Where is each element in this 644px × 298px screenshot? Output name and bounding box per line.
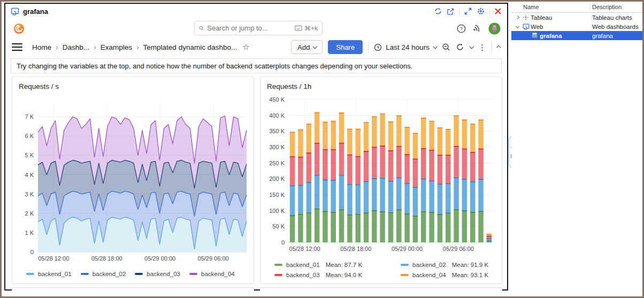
panel-requests-per-1h: Requests / 1h 050 K100 K150 K200 K250 K3… [260,77,502,284]
svg-text:7 K: 7 K [25,113,34,120]
legend-item[interactable]: backend_02Mean: 91.9 K [401,262,497,268]
favorite-star-icon[interactable]: ☆ [242,42,249,52]
svg-text:50 K: 50 K [272,223,285,230]
breadcrumb-separator: › [136,43,139,51]
svg-text:05/28 18:00: 05/28 18:00 [91,255,122,262]
next-row-panel-hint [12,287,254,291]
catalog-sidebar: Name Description TableauTableau charts W… [511,2,642,296]
breadcrumb-item[interactable]: Templated dynamic dashbo... [143,43,237,51]
breadcrumb-item[interactable]: Home [32,43,51,51]
legend-swatch [135,273,143,275]
open-in-browser-icon[interactable] [447,7,455,16]
column-divider [589,3,590,11]
tree-row-Tableau[interactable]: TableauTableau charts [511,13,642,22]
user-avatar[interactable] [488,22,501,35]
row-description: Web dashboards [592,24,639,30]
topnav-icons: ? [457,22,501,35]
tree-row-Web[interactable]: WebWeb dashboards [511,22,642,31]
legend-swatch [189,273,197,275]
window-titlebar: grafana [5,4,507,19]
svg-text:1 K: 1 K [25,230,34,236]
window-title: grafana [23,7,48,16]
svg-text:200 K: 200 K [269,175,285,182]
share-button[interactable]: Share [328,40,363,54]
browser-window-icon [11,7,19,16]
svg-text:05/28 12:00: 05/28 12:00 [289,246,320,252]
help-icon[interactable]: ? [457,24,466,33]
stacked-bar-chart[interactable]: 050 K100 K150 K200 K250 K300 K350 K400 K… [265,93,499,259]
screen: grafana [0,0,644,298]
grafana-topnav: ⌘+k ? [5,19,507,38]
refresh-icon[interactable] [456,43,464,51]
legend-item[interactable]: backend_04Mean: 93.1 K [401,272,497,278]
svg-text:3 K: 3 K [25,191,34,197]
breadcrumb-item[interactable]: Examples [101,43,132,51]
panel-title[interactable]: Requests / 1h [265,81,497,93]
divider [489,7,490,16]
legend-swatch [401,274,409,276]
svg-text:0: 0 [281,239,285,246]
svg-text:05/29 00:00: 05/29 00:00 [392,246,423,252]
svg-text:2 K: 2 K [25,210,34,217]
timeseries-chart[interactable]: 01 K2 K3 K4 K5 K6 K7 K05/28 12:0005/28 1… [17,93,250,269]
chevron-down-icon [313,44,317,49]
news-rss-icon[interactable] [473,24,481,33]
refresh-interval-chevron-icon[interactable] [469,44,473,49]
fit-window-icon[interactable] [464,7,472,16]
menu-icon[interactable] [12,43,22,51]
row-description: Tableau charts [592,14,632,21]
sidebar-table-header: Name Description [511,2,642,13]
legend-item[interactable]: backend_01 [26,271,72,277]
legend-item[interactable]: backend_03Mean: 94.0 K [274,272,401,278]
svg-text:05/29 06:00: 05/29 06:00 [443,246,474,252]
settings-gear-icon[interactable] [477,7,485,16]
svg-text:4 K: 4 K [25,172,34,178]
window-controls [434,7,502,16]
legend-item[interactable]: backend_04 [189,271,235,277]
zoom-out-icon[interactable] [442,43,450,51]
column-header-description: Description [592,4,622,10]
svg-text:350 K: 350 K [269,128,285,134]
search-bar[interactable]: ⌘+k [194,21,323,35]
dashboard-note-banner: Try changing the variables at the top, a… [11,58,502,73]
chevron-down-icon[interactable] [516,25,519,28]
time-range-picker[interactable]: Last 24 hours [374,43,436,51]
legend-item[interactable]: backend_02 [81,271,126,277]
legend-item[interactable]: backend_03 [135,271,180,277]
panel-title[interactable]: Requests / s [17,81,249,93]
breadcrumb-item[interactable]: Dashb... [63,43,89,51]
grafana-logo [13,22,25,35]
legend-label: backend_03 [286,272,320,278]
close-icon[interactable] [494,7,502,15]
legend-label: backend_01 [38,271,72,277]
svg-text:150 K: 150 K [269,192,285,198]
toolbar-actions: Add Share Last 24 hours [291,40,501,54]
svg-text:05/28 18:00: 05/28 18:00 [340,246,371,252]
legend-swatch [274,274,282,276]
sync-icon[interactable] [434,7,442,16]
svg-text:100 K: 100 K [269,208,285,214]
svg-text:6 K: 6 K [25,133,34,139]
grafana-file-icon [532,32,538,39]
chevron-right-icon[interactable] [516,16,519,19]
search-input[interactable] [207,24,292,32]
legend-mean-value: Mean: 87.7 K [326,262,362,268]
tree-row-grafana[interactable]: grafanagrafana [511,31,642,40]
breadcrumb-separator: › [56,43,58,51]
add-button[interactable]: Add [291,40,323,54]
collapse-toolbar-icon[interactable] [496,45,501,49]
legend-item[interactable]: backend_01Mean: 87.7 K [274,262,401,268]
divider [459,7,459,16]
divider [368,42,369,52]
svg-text:?: ? [460,26,463,32]
sidebar-rows: TableauTableau charts WebWeb dashboards … [511,13,642,40]
chart-legend: backend_01Mean: 87.7 Kbackend_02Mean: 91… [265,259,497,278]
svg-text:05/29 00:00: 05/29 00:00 [144,255,175,262]
clock-icon [374,43,382,51]
svg-text:250 K: 250 K [269,160,285,166]
svg-text:05/28 12:00: 05/28 12:00 [38,255,69,262]
svg-text:5 K: 5 K [25,152,34,158]
more-options-icon[interactable]: ⋮ [478,43,486,51]
legend-mean-value: Mean: 93.1 K [452,272,488,278]
svg-text:0: 0 [30,249,34,255]
